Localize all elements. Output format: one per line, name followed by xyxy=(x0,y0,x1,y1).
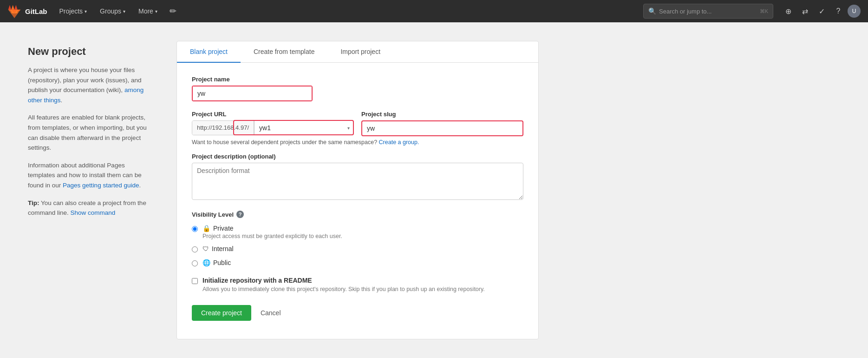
new-item-icon[interactable]: ⊕ xyxy=(781,4,796,19)
namespace-select[interactable]: yw1 xyxy=(255,121,353,135)
form-body: Project name Project URL http://192.168.… xyxy=(177,63,538,334)
visibility-private-title: 🔒 Private xyxy=(202,225,342,232)
visibility-public-radio[interactable] xyxy=(192,260,198,266)
sidebar: New project A project is where you house… xyxy=(28,41,149,339)
init-repo-group: Initialize repository with a README Allo… xyxy=(192,277,523,294)
project-description-input[interactable] xyxy=(192,163,523,200)
project-slug-label: Project slug xyxy=(361,111,523,118)
project-name-input-wrapper xyxy=(192,86,313,101)
visibility-help-icon[interactable]: ? xyxy=(236,211,244,218)
lock-icon: 🔒 xyxy=(202,225,210,232)
visibility-private-option: 🔒 Private Project access must be granted… xyxy=(192,225,523,239)
url-row: Project URL http://192.168.4.97/ yw1 ▾ xyxy=(192,111,523,136)
search-shortcut: ⌘K xyxy=(760,8,768,14)
project-slug-input[interactable] xyxy=(362,121,522,135)
main-content: New project A project is where you house… xyxy=(0,22,868,358)
project-name-input[interactable] xyxy=(193,86,312,100)
pages-guide-link[interactable]: Pages getting started guide xyxy=(63,182,139,189)
visibility-section: Visibility Level ? 🔒 Private Project acc… xyxy=(192,211,523,267)
projects-chevron-icon: ▾ xyxy=(85,9,87,14)
merge-requests-icon[interactable]: ⇄ xyxy=(797,4,812,19)
visibility-internal-option: 🛡 Internal xyxy=(192,245,523,253)
search-icon: 🔍 xyxy=(648,7,656,15)
init-repo-checkbox[interactable] xyxy=(192,278,198,284)
search-bar[interactable]: 🔍 ⌘K xyxy=(643,4,773,19)
tab-create-from-template[interactable]: Create from template xyxy=(241,41,328,63)
pencil-icon[interactable]: ✏ xyxy=(166,4,181,19)
visibility-private-radio[interactable] xyxy=(192,226,198,232)
show-command-link[interactable]: Show command xyxy=(71,209,116,216)
more-chevron-icon: ▾ xyxy=(155,9,157,14)
sidebar-tip: Tip: You can also create a project from … xyxy=(28,198,149,218)
visibility-label: Visibility Level ? xyxy=(192,211,523,218)
nav-icons: ⊕ ⇄ ✓ ? U xyxy=(781,4,861,19)
visibility-public-title: 🌐 Public xyxy=(202,259,231,266)
globe-icon: 🌐 xyxy=(202,259,210,266)
namespace-help: Want to house several dependent projects… xyxy=(192,139,523,146)
url-prefix: http://192.168.4.97/ xyxy=(192,121,254,135)
form-actions: Create project Cancel xyxy=(192,303,523,321)
visibility-private-desc: Project access must be granted explicitl… xyxy=(202,233,342,239)
gitlab-wordmark: GitLab xyxy=(25,7,47,15)
project-slug-group: Project slug xyxy=(361,111,523,136)
project-url-label: Project URL xyxy=(192,111,354,118)
visibility-private-content: 🔒 Private Project access must be granted… xyxy=(202,225,342,239)
sidebar-desc2: All features are enabled for blank proje… xyxy=(28,113,149,152)
cancel-button[interactable]: Cancel xyxy=(259,305,283,321)
shield-icon: 🛡 xyxy=(202,245,209,252)
sidebar-desc3: Information about additional Pages templ… xyxy=(28,160,149,191)
project-name-group: Project name xyxy=(192,76,523,101)
project-name-label: Project name xyxy=(192,76,523,83)
tabs: Blank project Create from template Impor… xyxy=(177,41,538,63)
navbar: GitLab Projects ▾ Groups ▾ More ▾ ✏ 🔍 ⌘K… xyxy=(0,0,868,22)
todos-icon[interactable]: ✓ xyxy=(814,4,829,19)
sidebar-desc1: A project is where you house your files … xyxy=(28,65,149,105)
visibility-internal-radio[interactable] xyxy=(192,246,198,252)
init-repo-content: Initialize repository with a README Allo… xyxy=(202,277,485,294)
search-input[interactable] xyxy=(659,8,757,15)
init-repo-title: Initialize repository with a README xyxy=(202,277,485,284)
visibility-public-option: 🌐 Public xyxy=(192,259,523,267)
gitlab-logo-icon xyxy=(7,4,21,18)
nav-more[interactable]: More ▾ xyxy=(134,5,162,18)
visibility-internal-content: 🛡 Internal xyxy=(202,245,234,253)
create-project-button[interactable]: Create project xyxy=(192,305,251,321)
brand[interactable]: GitLab xyxy=(7,4,47,18)
help-icon[interactable]: ? xyxy=(831,4,846,19)
project-description-group: Project description (optional) xyxy=(192,153,523,201)
page-title: New project xyxy=(28,46,149,58)
project-description-label: Project description (optional) xyxy=(192,153,523,160)
project-url-group: Project URL http://192.168.4.97/ yw1 ▾ xyxy=(192,111,354,135)
visibility-internal-title: 🛡 Internal xyxy=(202,245,234,252)
avatar[interactable]: U xyxy=(848,5,861,18)
nav-projects[interactable]: Projects ▾ xyxy=(55,5,92,18)
visibility-public-content: 🌐 Public xyxy=(202,259,231,267)
nav-groups[interactable]: Groups ▾ xyxy=(95,5,130,18)
tab-import-project[interactable]: Import project xyxy=(327,41,393,63)
init-repo-desc: Allows you to immediately clone this pro… xyxy=(202,285,485,294)
form-panel: Blank project Create from template Impor… xyxy=(176,41,539,339)
slug-input-wrapper xyxy=(361,120,523,136)
tab-blank-project[interactable]: Blank project xyxy=(177,41,241,63)
groups-chevron-icon: ▾ xyxy=(123,9,125,14)
create-group-link[interactable]: Create a group. xyxy=(379,139,419,146)
